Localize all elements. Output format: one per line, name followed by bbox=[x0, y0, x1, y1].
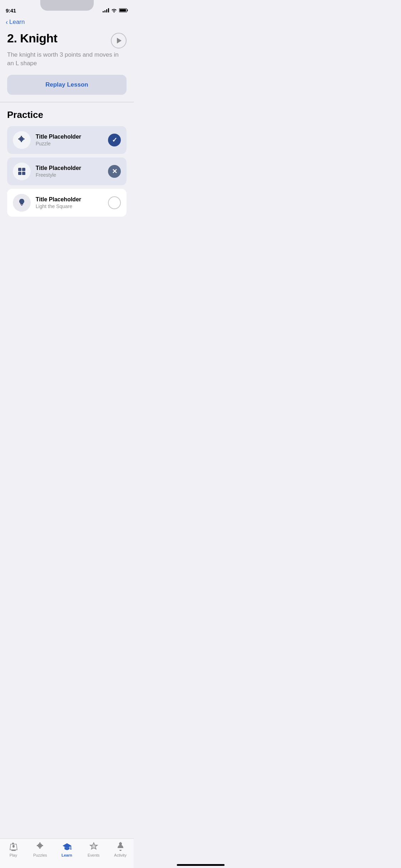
section-divider bbox=[0, 102, 134, 102]
freestyle-item-subtitle: Freestyle bbox=[36, 172, 103, 178]
replay-lesson-button[interactable]: Replay Lesson bbox=[7, 75, 127, 95]
freestyle-icon-wrap bbox=[13, 162, 31, 180]
back-chevron-icon: ‹ bbox=[6, 19, 8, 25]
light-square-item-title: Title Placeholder bbox=[36, 196, 103, 203]
puzzle-item-title: Title Placeholder bbox=[36, 134, 103, 140]
light-square-item-subtitle: Light the Square bbox=[36, 203, 103, 209]
play-button[interactable] bbox=[111, 33, 127, 48]
status-icons bbox=[103, 8, 128, 12]
checkmark-icon: ✓ bbox=[112, 136, 117, 144]
svg-rect-4 bbox=[22, 168, 25, 171]
signal-icon bbox=[103, 8, 109, 12]
svg-rect-1 bbox=[127, 10, 128, 11]
wifi-icon bbox=[111, 8, 117, 12]
lesson-description: The knight is worth 3 points and moves i… bbox=[7, 51, 127, 68]
practice-item-freestyle[interactable]: Title Placeholder Freestyle ✕ bbox=[7, 157, 127, 185]
practice-item-light-square[interactable]: Title Placeholder Light the Square bbox=[7, 189, 127, 217]
main-content: 2. Knight The knight is worth 3 points a… bbox=[0, 27, 134, 217]
notch bbox=[40, 0, 94, 11]
freestyle-item-text: Title Placeholder Freestyle bbox=[36, 165, 103, 178]
status-time: 9:41 bbox=[6, 7, 16, 14]
lesson-header: 2. Knight bbox=[7, 31, 127, 48]
puzzle-item-subtitle: Puzzle bbox=[36, 141, 103, 146]
back-nav[interactable]: ‹ Learn bbox=[0, 16, 134, 27]
battery-icon bbox=[119, 8, 128, 12]
freestyle-item-status: ✕ bbox=[108, 165, 121, 178]
light-square-item-status bbox=[108, 196, 121, 209]
back-label: Learn bbox=[9, 19, 25, 26]
light-square-item-text: Title Placeholder Light the Square bbox=[36, 196, 103, 209]
freestyle-item-title: Title Placeholder bbox=[36, 165, 103, 171]
svg-rect-5 bbox=[18, 172, 21, 175]
lesson-title: 2. Knight bbox=[7, 31, 57, 45]
lightbulb-icon bbox=[17, 198, 27, 208]
x-icon: ✕ bbox=[112, 167, 117, 175]
practice-list: Title Placeholder Puzzle ✓ Title Placeho… bbox=[7, 126, 127, 217]
practice-item-puzzle[interactable]: Title Placeholder Puzzle ✓ bbox=[7, 126, 127, 154]
svg-rect-2 bbox=[120, 9, 126, 12]
puzzle-icon bbox=[17, 135, 27, 145]
puzzle-icon-wrap bbox=[13, 131, 31, 149]
puzzle-item-status: ✓ bbox=[108, 134, 121, 146]
practice-section-title: Practice bbox=[7, 109, 127, 120]
svg-rect-6 bbox=[22, 172, 25, 175]
lightbulb-icon-wrap bbox=[13, 194, 31, 212]
freestyle-icon bbox=[17, 166, 27, 176]
svg-rect-3 bbox=[18, 168, 21, 171]
puzzle-item-text: Title Placeholder Puzzle bbox=[36, 134, 103, 146]
play-triangle-icon bbox=[117, 38, 122, 43]
